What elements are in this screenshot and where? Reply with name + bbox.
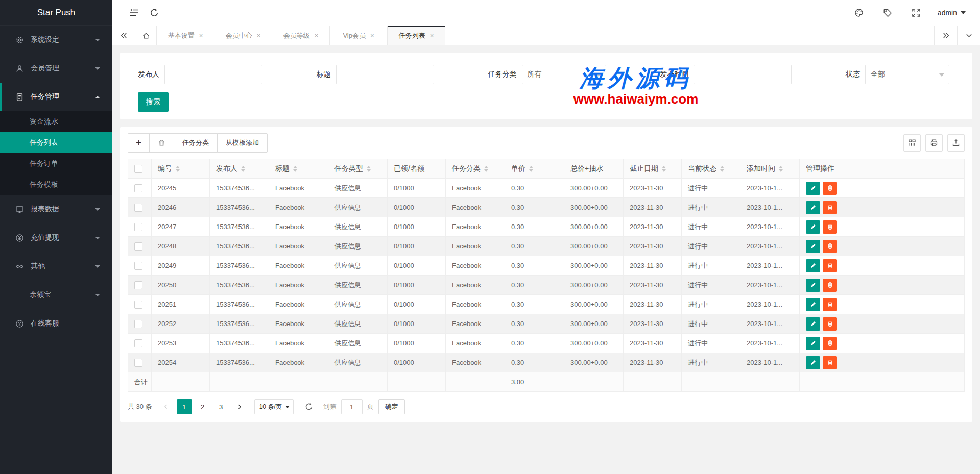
task-category-select[interactable]: 所有 xyxy=(522,65,606,84)
theme-palette-icon[interactable] xyxy=(845,0,873,26)
add-from-template-button[interactable]: 从模板添加 xyxy=(217,133,268,153)
tabs-scroll-right-icon[interactable] xyxy=(934,26,957,45)
sort-icon[interactable] xyxy=(720,166,724,172)
collapse-sidebar-icon[interactable] xyxy=(124,0,144,26)
tab-home[interactable] xyxy=(135,26,157,45)
sort-icon[interactable] xyxy=(367,166,371,172)
tab-member-center[interactable]: 会员中心× xyxy=(214,26,272,45)
tabs-menu-icon[interactable] xyxy=(957,26,980,45)
row-checkbox[interactable] xyxy=(134,359,142,367)
sort-icon[interactable] xyxy=(176,166,180,172)
column-header-0[interactable]: 编号 xyxy=(152,159,210,179)
column-header-9[interactable]: 当前状态 xyxy=(682,159,740,179)
sidebar-item-system-settings[interactable]: 系统设定 xyxy=(0,26,112,54)
tab-close-icon[interactable]: × xyxy=(370,32,374,39)
column-header-5[interactable]: 任务分类 xyxy=(446,159,505,179)
edit-button[interactable] xyxy=(806,240,820,253)
delete-row-button[interactable] xyxy=(823,317,837,331)
prev-page-icon[interactable] xyxy=(158,399,174,414)
publish-time-input[interactable] xyxy=(694,65,792,84)
row-checkbox[interactable] xyxy=(134,223,142,231)
row-checkbox[interactable] xyxy=(134,204,142,212)
refresh-table-icon[interactable] xyxy=(301,399,317,414)
delete-row-button[interactable] xyxy=(823,182,837,195)
edit-button[interactable] xyxy=(806,298,820,311)
page-button-3[interactable]: 3 xyxy=(213,399,229,414)
select-all-checkbox[interactable] xyxy=(134,165,142,173)
row-checkbox[interactable] xyxy=(134,281,142,289)
edit-button[interactable] xyxy=(806,279,820,292)
sidebar-item-yuebao[interactable]: 余额宝 xyxy=(0,281,112,309)
edit-button[interactable] xyxy=(806,201,820,214)
row-checkbox[interactable] xyxy=(134,242,142,251)
fullscreen-icon[interactable] xyxy=(902,0,930,26)
title-input[interactable] xyxy=(336,65,434,84)
row-checkbox[interactable] xyxy=(134,301,142,309)
column-header-3[interactable]: 任务类型 xyxy=(328,159,388,179)
delete-row-button[interactable] xyxy=(823,240,837,253)
sidebar-item-task-management[interactable]: 任务管理 xyxy=(0,83,112,111)
delete-row-button[interactable] xyxy=(823,298,837,311)
sort-icon[interactable] xyxy=(529,166,533,172)
tag-icon[interactable] xyxy=(873,0,902,26)
sidebar-item-member-management[interactable]: 会员管理 xyxy=(0,54,112,83)
row-checkbox[interactable] xyxy=(134,262,142,270)
row-checkbox[interactable] xyxy=(134,320,142,328)
column-header-1[interactable]: 发布人 xyxy=(210,159,269,179)
goto-page-input[interactable] xyxy=(341,399,363,414)
tabs-scroll-left-icon[interactable] xyxy=(112,26,135,45)
column-header-8[interactable]: 截止日期 xyxy=(624,159,682,179)
sidebar-item-recharge-withdraw[interactable]: 充值提现 xyxy=(0,223,112,252)
edit-button[interactable] xyxy=(806,337,820,350)
delete-row-button[interactable] xyxy=(823,356,837,369)
next-page-icon[interactable] xyxy=(232,399,247,414)
column-header-10[interactable]: 添加时间 xyxy=(740,159,800,179)
print-button[interactable] xyxy=(925,134,943,152)
tab-member-level[interactable]: 会员等级× xyxy=(272,26,330,45)
sort-icon[interactable] xyxy=(241,166,245,172)
sort-icon[interactable] xyxy=(484,166,488,172)
edit-button[interactable] xyxy=(806,317,820,331)
tab-close-icon[interactable]: × xyxy=(257,32,261,39)
delete-row-button[interactable] xyxy=(823,259,837,272)
sort-icon[interactable] xyxy=(662,166,666,172)
sidebar-subitem-task-templates[interactable]: 任务模板 xyxy=(0,174,112,195)
sort-icon[interactable] xyxy=(779,166,783,172)
delete-row-button[interactable] xyxy=(823,201,837,214)
page-size-select[interactable]: 10 条/页 xyxy=(254,399,294,414)
row-checkbox[interactable] xyxy=(134,339,142,347)
add-button[interactable]: + xyxy=(128,133,150,153)
confirm-button[interactable]: 确定 xyxy=(378,399,405,414)
edit-button[interactable] xyxy=(806,259,820,272)
row-checkbox[interactable] xyxy=(134,184,142,192)
tab-close-icon[interactable]: × xyxy=(199,32,203,39)
task-category-button[interactable]: 任务分类 xyxy=(174,133,218,153)
sidebar-item-report-data[interactable]: 报表数据 xyxy=(0,195,112,223)
edit-button[interactable] xyxy=(806,356,820,369)
sidebar-item-other[interactable]: 其他 xyxy=(0,252,112,281)
sidebar-subitem-task-orders[interactable]: 任务订单 xyxy=(0,153,112,174)
tab-vip-member[interactable]: Vip会员× xyxy=(330,26,388,45)
delete-row-button[interactable] xyxy=(823,279,837,292)
column-header-6[interactable]: 单价 xyxy=(505,159,564,179)
sidebar-subitem-fund-flow[interactable]: 资金流水 xyxy=(0,111,112,132)
user-menu[interactable]: admin xyxy=(938,9,966,17)
edit-button[interactable] xyxy=(806,182,820,195)
refresh-icon[interactable] xyxy=(144,0,164,26)
delete-row-button[interactable] xyxy=(823,337,837,350)
search-button[interactable]: 搜索 xyxy=(138,92,169,112)
page-button-2[interactable]: 2 xyxy=(195,399,210,414)
export-button[interactable] xyxy=(947,134,965,152)
edit-button[interactable] xyxy=(806,220,820,234)
sidebar-item-online-service[interactable]: 在线客服 xyxy=(0,309,112,338)
publisher-input[interactable] xyxy=(164,65,262,84)
tab-close-icon[interactable]: × xyxy=(430,32,434,39)
status-select[interactable]: 全部 xyxy=(865,65,949,84)
delete-button[interactable] xyxy=(149,133,174,153)
column-header-2[interactable]: 标题 xyxy=(269,159,328,179)
tab-task-list[interactable]: 任务列表× xyxy=(388,26,445,45)
page-button-1[interactable]: 1 xyxy=(177,399,192,414)
sidebar-subitem-task-list[interactable]: 任务列表 xyxy=(0,132,112,153)
sort-icon[interactable] xyxy=(293,166,297,172)
tab-close-icon[interactable]: × xyxy=(315,32,319,39)
